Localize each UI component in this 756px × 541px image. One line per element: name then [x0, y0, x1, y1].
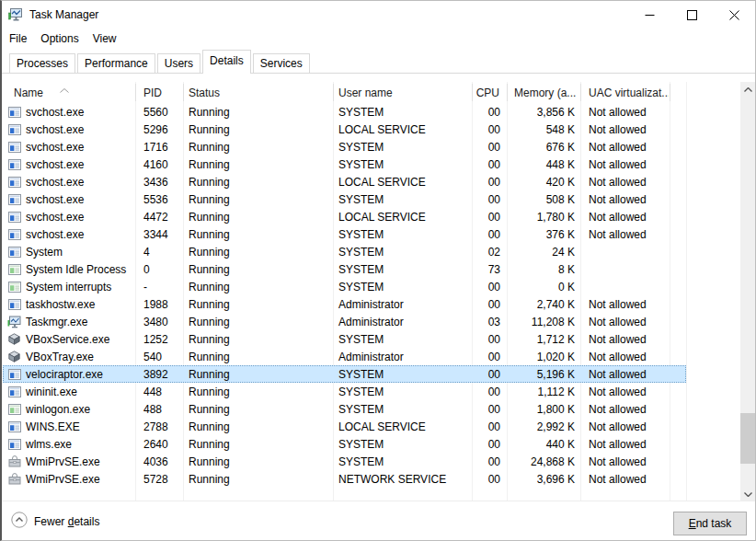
toolbox-icon [7, 455, 21, 468]
table-row[interactable]: svchost.exe3436RunningLOCAL SERVICE00420… [3, 173, 686, 190]
table-row[interactable]: winlogon.exe488RunningSYSTEM001,800 KNot… [3, 400, 686, 418]
column-header-uac-virtualization[interactable]: UAC virtualizat... [579, 82, 669, 103]
cell-name[interactable]: System interrupts [3, 278, 134, 295]
table-row[interactable]: Taskmgr.exe3480RunningAdministrator0311,… [3, 313, 686, 330]
menu-view[interactable]: View [93, 32, 117, 45]
table-row[interactable]: WmiPrvSE.exe4036RunningSYSTEM0024,868 KN… [3, 453, 686, 470]
table-row[interactable]: wininit.exe448RunningSYSTEM001,112 KNot … [3, 383, 686, 400]
cell-name[interactable]: velociraptor.exe [3, 365, 134, 383]
titlebar[interactable]: Task Manager [2, 1, 755, 29]
menubar: File Options View [2, 29, 755, 48]
table-row[interactable]: VBoxTray.exe540RunningAdministrator001,0… [3, 348, 686, 365]
fewer-details-toggle[interactable]: Fewer details [11, 512, 99, 531]
cell-cpu: 00 [471, 278, 506, 295]
cell-name[interactable]: taskhostw.exe [3, 295, 134, 313]
cell-filler [669, 190, 685, 208]
table-row[interactable]: System4RunningSYSTEM0224 K [3, 243, 686, 260]
table-row[interactable]: svchost.exe5296RunningLOCAL SERVICE00548… [3, 121, 686, 138]
cell-cpu: 00 [471, 121, 506, 138]
cell-name[interactable]: svchost.exe [3, 121, 134, 138]
table-row[interactable]: svchost.exe5560RunningSYSTEM003,856 KNot… [3, 103, 686, 121]
cell-status: Running [182, 313, 332, 330]
column-header-pid[interactable]: PID [134, 82, 182, 103]
cell-name[interactable]: VBoxService.exe [3, 330, 134, 348]
app-icon [7, 193, 21, 206]
menu-options[interactable]: Options [40, 32, 78, 45]
table-row[interactable]: svchost.exe4160RunningSYSTEM00448 KNot a… [3, 155, 686, 173]
table-row[interactable]: svchost.exe5536RunningSYSTEM00508 KNot a… [3, 190, 686, 208]
cell-name[interactable]: System Idle Process [3, 260, 134, 278]
tab-details[interactable]: Details [202, 50, 251, 74]
cell-name[interactable]: svchost.exe [3, 155, 134, 173]
table-row[interactable]: WmiPrvSE.exe5728RunningNETWORK SERVICE00… [3, 470, 686, 488]
cell-uac: Not allowed [579, 453, 669, 470]
table-row[interactable]: velociraptor.exe3892RunningSYSTEM005,196… [3, 365, 686, 383]
cell-pid: 448 [134, 383, 182, 400]
cell-cpu: 00 [471, 155, 506, 173]
cell-name[interactable]: Taskmgr.exe [3, 313, 134, 330]
cell-memory: 508 K [506, 190, 579, 208]
maximize-button[interactable] [670, 1, 713, 29]
scrollbar-up-button[interactable] [740, 82, 756, 98]
cell-pid: - [134, 278, 182, 295]
menu-file[interactable]: File [9, 32, 27, 45]
cell-name[interactable]: System [3, 243, 134, 260]
cell-memory: 376 K [506, 225, 579, 243]
process-name: WINS.EXE [26, 420, 80, 433]
scrollbar-thumb[interactable] [740, 413, 756, 464]
close-button[interactable] [713, 1, 755, 29]
column-header-name[interactable]: Name [3, 82, 134, 103]
cell-name[interactable]: wininit.exe [3, 383, 134, 400]
table-row[interactable]: WINS.EXE2788RunningLOCAL SERVICE002,992 … [3, 418, 686, 435]
column-separator [686, 82, 687, 502]
table-row[interactable]: VBoxService.exe1252RunningSYSTEM001,712 … [3, 330, 686, 348]
cell-name[interactable]: VBoxTray.exe [3, 348, 134, 365]
tab-performance[interactable]: Performance [77, 53, 155, 73]
vertical-scrollbar[interactable] [740, 82, 756, 502]
cell-name[interactable]: svchost.exe [3, 208, 134, 225]
tab-services[interactable]: Services [253, 53, 310, 73]
cell-uac: Not allowed [579, 138, 669, 155]
cell-memory: 24 K [506, 243, 579, 260]
cell-cpu: 00 [471, 365, 506, 383]
cell-uac: Not allowed [579, 225, 669, 243]
cell-name[interactable]: svchost.exe [3, 138, 134, 155]
cell-filler [669, 173, 685, 190]
cell-name[interactable]: winlogon.exe [3, 400, 134, 418]
column-header-memory[interactable]: Memory (a... [506, 82, 579, 103]
table-row[interactable]: svchost.exe3344RunningSYSTEM00376 KNot a… [3, 225, 686, 243]
end-task-button[interactable]: End task [673, 512, 747, 535]
table-row[interactable]: svchost.exe4472RunningLOCAL SERVICE001,7… [3, 208, 686, 225]
cell-filler [669, 418, 685, 435]
cell-cpu: 00 [471, 435, 506, 453]
table-row[interactable]: System interrupts-RunningSYSTEM000 K [3, 278, 686, 295]
table-row[interactable]: System Idle Process0RunningSYSTEM738 K [3, 260, 686, 278]
table-row[interactable]: wlms.exe2640RunningSYSTEM00440 KNot allo… [3, 435, 686, 453]
cell-status: Running [182, 155, 332, 173]
process-name: wininit.exe [26, 386, 77, 398]
cell-name[interactable]: WINS.EXE [3, 418, 134, 435]
tab-users[interactable]: Users [157, 53, 200, 73]
taskmgr-icon [7, 316, 21, 328]
cell-uac: Not allowed [579, 348, 669, 365]
tab-processes[interactable]: Processes [9, 53, 75, 73]
cell-user: SYSTEM [332, 330, 471, 348]
cell-name[interactable]: WmiPrvSE.exe [3, 470, 134, 488]
table-row[interactable]: svchost.exe1716RunningSYSTEM00676 KNot a… [3, 138, 686, 155]
column-header-user-name[interactable]: User name [332, 82, 471, 103]
table-row[interactable]: taskhostw.exe1988RunningAdministrator002… [3, 295, 686, 313]
column-header-cpu[interactable]: CPU [471, 82, 506, 103]
cell-name[interactable]: wlms.exe [3, 435, 134, 453]
minimize-button[interactable] [628, 1, 670, 29]
column-header-status[interactable]: Status [182, 82, 332, 103]
cell-user: SYSTEM [332, 365, 471, 383]
cell-name[interactable]: svchost.exe [3, 190, 134, 208]
cell-memory: 2,740 K [506, 295, 579, 313]
cell-name[interactable]: svchost.exe [3, 103, 134, 121]
vbox-icon [7, 351, 21, 363]
cell-memory: 3,696 K [506, 470, 579, 488]
cell-name[interactable]: WmiPrvSE.exe [3, 453, 134, 470]
chevron-down-icon [744, 492, 752, 497]
cell-name[interactable]: svchost.exe [3, 173, 134, 190]
cell-name[interactable]: svchost.exe [3, 225, 134, 243]
